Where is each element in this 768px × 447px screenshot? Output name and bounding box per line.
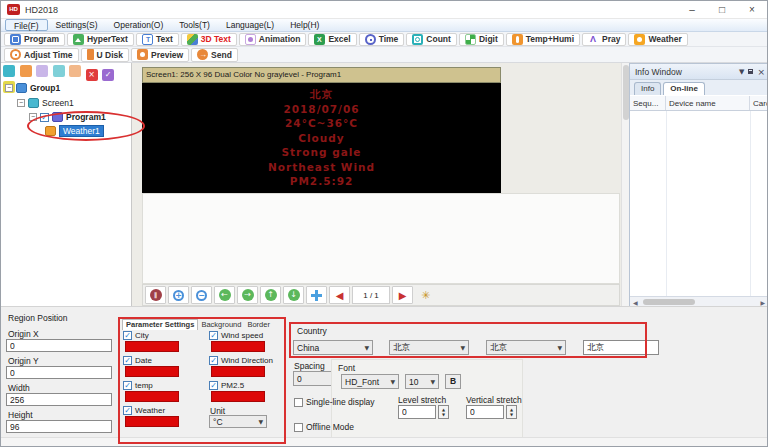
settings-button[interactable]: ✳ xyxy=(415,286,436,304)
tab-border[interactable]: Border xyxy=(244,320,273,330)
font-size-select[interactable]: 10▼ xyxy=(405,374,439,389)
column-device-name[interactable]: Device name xyxy=(666,96,750,110)
count-button[interactable]: Count xyxy=(406,33,457,46)
tab-background[interactable]: Background xyxy=(198,320,244,330)
export-icon[interactable] xyxy=(53,65,65,77)
move-up-button[interactable]: ↑ xyxy=(260,286,281,304)
editor-vertical-scrollbar[interactable] xyxy=(621,63,629,306)
program-button[interactable]: Program xyxy=(4,33,65,46)
level-stretch-field[interactable] xyxy=(398,405,436,419)
menu-tools[interactable]: Tools(T) xyxy=(171,19,218,31)
preview-button[interactable]: Preview xyxy=(131,48,189,62)
new-screen-icon[interactable] xyxy=(3,65,15,77)
country-select[interactable]: China▼ xyxy=(293,340,373,355)
program-checkbox[interactable]: ✓ xyxy=(40,113,49,122)
text-button[interactable]: Text xyxy=(136,33,179,46)
temp-checkbox[interactable]: ✓ xyxy=(123,381,132,390)
menu-operation[interactable]: Operation(O) xyxy=(106,19,172,31)
city-checkbox[interactable]: ✓ xyxy=(123,331,132,340)
single-line-row[interactable]: ✓Single-line display xyxy=(294,397,375,407)
vertical-stretch-spinner[interactable]: ▲▼ xyxy=(506,405,517,419)
tab-online[interactable]: On-line xyxy=(663,82,705,95)
move-right-button[interactable]: → xyxy=(237,286,258,304)
weather-checkbox-row[interactable]: ✓Weather xyxy=(123,406,165,415)
udisk-button[interactable]: U Disk xyxy=(81,48,129,62)
collapse-icon[interactable]: − xyxy=(17,99,25,107)
wind-speed-checkbox-row[interactable]: ✓Wind speed xyxy=(209,331,263,340)
paste-icon[interactable] xyxy=(36,65,48,77)
copy-icon[interactable] xyxy=(20,65,32,77)
digit-button[interactable]: Digit xyxy=(459,33,504,46)
tab-info[interactable]: Info xyxy=(634,82,661,95)
font-name-select[interactable]: HD_Font▼ xyxy=(341,374,399,389)
temp-humi-button[interactable]: Temp+Humi xyxy=(506,33,580,46)
zoom-in-button[interactable]: + xyxy=(168,286,189,304)
pm25-checkbox[interactable]: ✓ xyxy=(209,381,218,390)
menu-settings[interactable]: Settings(S) xyxy=(48,19,106,31)
apply-icon[interactable]: ✓ xyxy=(102,69,114,81)
tree-item-screen1[interactable]: − Screen1 xyxy=(17,97,74,109)
offline-mode-row[interactable]: ✓Offline Mode xyxy=(294,422,354,432)
collapse-icon[interactable]: − xyxy=(5,84,13,92)
width-field[interactable] xyxy=(6,393,112,406)
height-field[interactable] xyxy=(6,420,112,433)
minimize-button[interactable]: – xyxy=(677,1,707,19)
adjust-time-button[interactable]: Adjust Time xyxy=(4,48,79,62)
time-button[interactable]: Time xyxy=(359,33,405,46)
maximize-button[interactable]: □ xyxy=(707,1,737,19)
pm25-color-swatch[interactable] xyxy=(211,391,265,402)
zoom-out-button[interactable]: − xyxy=(191,286,212,304)
weather-checkbox[interactable]: ✓ xyxy=(123,406,132,415)
weather-button[interactable]: Weather xyxy=(628,33,687,46)
spin-down-icon[interactable]: ▼ xyxy=(510,412,513,417)
offline-mode-checkbox[interactable]: ✓ xyxy=(294,423,303,432)
temp-checkbox-row[interactable]: ✓temp xyxy=(123,381,153,390)
move-left-button[interactable]: ← xyxy=(214,286,235,304)
scrollbar-thumb[interactable] xyxy=(643,299,695,305)
pause-button[interactable]: ∥ xyxy=(145,286,166,304)
pin-icon[interactable] xyxy=(748,69,753,74)
origin-x-field[interactable] xyxy=(6,339,112,352)
bold-button[interactable]: B xyxy=(445,374,461,389)
single-line-checkbox[interactable]: ✓ xyxy=(294,398,303,407)
menu-file[interactable]: File(F) xyxy=(5,19,48,31)
tab-parameter-settings[interactable]: Parameter Settings xyxy=(122,319,198,330)
city-checkbox-row[interactable]: ✓City xyxy=(123,331,149,340)
date-checkbox[interactable]: ✓ xyxy=(123,356,132,365)
next-program-button[interactable]: ▶ xyxy=(392,286,413,304)
pray-button[interactable]: Pray xyxy=(582,33,626,46)
column-card[interactable]: Card xyxy=(750,96,768,110)
date-color-swatch[interactable] xyxy=(125,366,179,377)
spin-down-icon[interactable]: ▼ xyxy=(442,412,445,417)
wind-direction-checkbox[interactable]: ✓ xyxy=(209,356,218,365)
province-select[interactable]: 北京▼ xyxy=(389,340,469,355)
prev-program-button[interactable]: ◀ xyxy=(329,286,350,304)
move-down-button[interactable]: ↓ xyxy=(283,286,304,304)
temp-color-swatch[interactable] xyxy=(125,391,179,402)
tree-item-program1[interactable]: − ✓ Program1 xyxy=(29,111,106,123)
3dtext-button[interactable]: 3D Text xyxy=(181,33,237,46)
city-color-swatch[interactable] xyxy=(125,341,179,352)
weather-color-swatch[interactable] xyxy=(125,416,179,427)
city-select[interactable]: 北京▼ xyxy=(486,340,566,355)
vertical-stretch-field[interactable] xyxy=(466,405,504,419)
excel-button[interactable]: Excel xyxy=(308,33,356,46)
tree-item-group1[interactable]: − Group1 xyxy=(5,82,60,94)
unit-select[interactable]: °C▼ xyxy=(209,415,267,428)
column-sequence[interactable]: Sequ... xyxy=(630,96,666,110)
wind-speed-color-swatch[interactable] xyxy=(211,341,265,352)
move-center-button[interactable] xyxy=(306,286,327,304)
close-button[interactable]: × xyxy=(737,1,767,19)
animation-button[interactable]: Animation xyxy=(239,33,307,46)
hypertext-button[interactable]: HyperText xyxy=(67,33,134,46)
wind-direction-checkbox-row[interactable]: ✓Wind Direction xyxy=(209,356,273,365)
pm25-checkbox-row[interactable]: ✓PM2.5 xyxy=(209,381,244,390)
led-preview[interactable]: 北京 2018/07/06 24°C~36°C Cloudy Strong ga… xyxy=(142,83,501,193)
tree-item-weather1[interactable]: Weather1 xyxy=(45,125,104,137)
level-stretch-spinner[interactable]: ▲▼ xyxy=(438,405,449,419)
menu-language[interactable]: Language(L) xyxy=(218,19,282,31)
close-panel-icon[interactable]: × xyxy=(757,67,765,77)
wind-direction-color-swatch[interactable] xyxy=(211,366,265,377)
city-input[interactable] xyxy=(583,340,659,355)
send-button[interactable]: Send xyxy=(191,48,238,62)
